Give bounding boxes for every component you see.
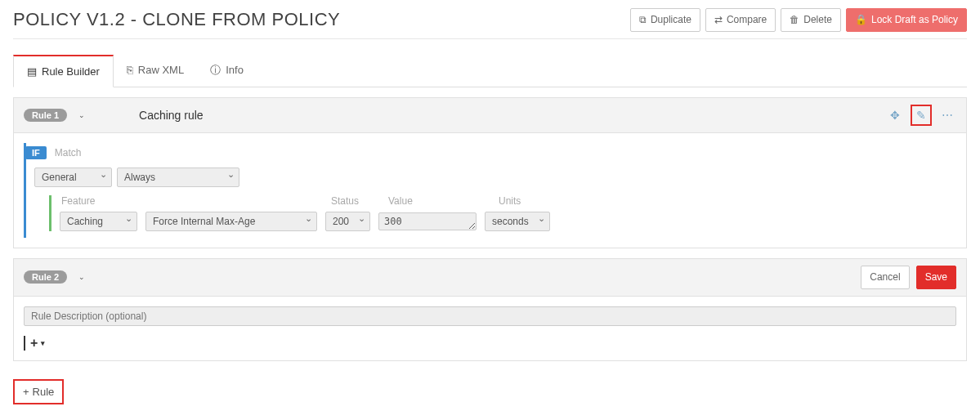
layout-icon: ▤	[27, 65, 37, 78]
match-block: IF Match General Always Feature Status V…	[24, 143, 956, 238]
add-rule-button[interactable]: + Rule	[13, 379, 64, 404]
rule-2-badge[interactable]: Rule 2	[24, 270, 67, 284]
tab-raw-xml[interactable]: ⎘ Raw XML	[114, 55, 197, 87]
tab-rule-builder[interactable]: ▤ Rule Builder	[13, 55, 114, 87]
copy-icon: ⧉	[639, 13, 647, 27]
duplicate-button[interactable]: ⧉ Duplicate	[630, 8, 700, 32]
code-icon: ⎘	[127, 64, 133, 76]
lock-draft-button[interactable]: 🔒 Lock Draft as Policy	[846, 8, 967, 32]
add-condition-button[interactable]: + ▾	[24, 336, 45, 351]
tab-info[interactable]: ⓘ Info	[197, 55, 257, 87]
add-rule-label: Rule	[33, 386, 55, 398]
rule-1-badge[interactable]: Rule 1	[24, 109, 67, 122]
edit-rule-button[interactable]: ✎	[911, 105, 932, 126]
header-actions: ⧉ Duplicate ⇄ Compare 🗑 Delete 🔒 Lock Dr…	[630, 8, 967, 32]
rule-1-panel: Rule 1 ⌄ Caching rule ✥ ✎ ⋯ IF Match Gen…	[13, 97, 967, 248]
value-input[interactable]: 300	[378, 212, 477, 230]
save-button[interactable]: Save	[916, 266, 956, 289]
units-col-label: Units	[499, 195, 564, 207]
status-col-label: Status	[331, 195, 388, 207]
compare-icon: ⇄	[714, 13, 723, 27]
feature-name-select[interactable]: Force Internal Max-Age	[145, 212, 317, 231]
lock-label: Lock Draft as Policy	[871, 13, 958, 27]
lock-icon: 🔒	[855, 13, 867, 27]
duplicate-label: Duplicate	[651, 13, 691, 27]
chevron-down-icon[interactable]: ⌄	[78, 111, 85, 119]
match-category-select[interactable]: General	[34, 168, 112, 187]
if-chip: IF	[25, 146, 47, 159]
plus-icon: +	[23, 386, 29, 398]
match-label: Match	[55, 147, 82, 159]
rule-2-panel: Rule 2 ⌄ Cancel Save + ▾	[13, 258, 967, 361]
tab-raw-xml-label: Raw XML	[138, 64, 184, 76]
rule-description-input[interactable]	[24, 306, 956, 326]
tab-bar: ▤ Rule Builder ⎘ Raw XML ⓘ Info	[13, 54, 967, 87]
delete-button[interactable]: 🗑 Delete	[781, 8, 841, 32]
cancel-button[interactable]: Cancel	[861, 266, 909, 289]
move-icon[interactable]: ✥	[886, 106, 904, 124]
page-title: POLICY V1.2 - CLONE FROM POLICY	[13, 9, 340, 30]
tab-info-label: Info	[226, 64, 244, 76]
feature-category-select[interactable]: Caching	[60, 212, 137, 231]
value-col-label: Value	[388, 195, 499, 207]
feature-col-label: Feature	[61, 195, 331, 207]
info-icon: ⓘ	[210, 63, 221, 78]
units-select[interactable]: seconds	[485, 212, 550, 231]
feature-block: Feature Status Value Units Caching Force…	[49, 195, 956, 231]
compare-label: Compare	[727, 13, 767, 27]
more-icon[interactable]: ⋯	[938, 106, 956, 124]
chevron-down-icon[interactable]: ⌄	[78, 273, 85, 281]
status-select[interactable]: 200	[325, 212, 370, 231]
trash-icon: 🗑	[790, 13, 799, 27]
caret-down-icon: ▾	[41, 339, 45, 347]
rule-1-name: Caching rule	[139, 109, 204, 122]
compare-button[interactable]: ⇄ Compare	[705, 8, 776, 32]
tab-rule-builder-label: Rule Builder	[42, 65, 100, 78]
match-condition-select[interactable]: Always	[117, 168, 239, 187]
plus-icon: +	[30, 336, 38, 351]
delete-label: Delete	[803, 13, 832, 27]
